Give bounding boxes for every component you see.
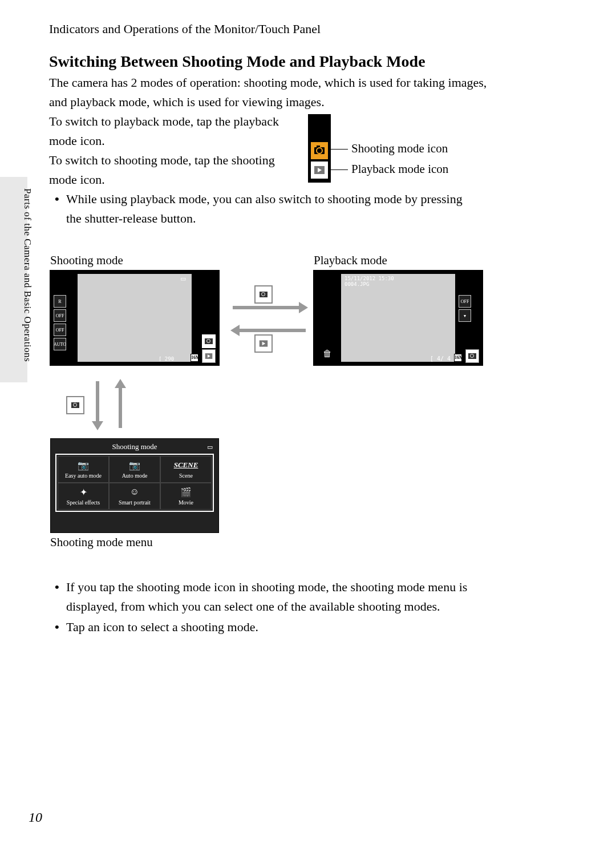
playback-icon <box>314 166 325 174</box>
menu-item-auto[interactable]: 📷Auto mode <box>109 456 160 483</box>
sidebar-icon[interactable]: OFF <box>459 295 471 308</box>
camera-icon <box>71 402 79 408</box>
sidebar-icon[interactable]: OFF <box>54 309 66 322</box>
bullet-shutter-release: •While using playback mode, you can also… <box>55 189 465 228</box>
arrow-camera-icon <box>254 285 273 304</box>
battery-icon: ▭ <box>178 275 188 285</box>
scene-icon: SCENE <box>162 459 210 471</box>
menu-item-smart-portrait[interactable]: ☺Smart portrait <box>109 483 160 510</box>
leader-line <box>331 149 348 150</box>
battery-icon: ▭ <box>207 443 213 451</box>
image-counter: [ 4/ 4 <box>430 356 451 362</box>
image-size-badge: 16M <box>191 354 198 362</box>
icon-column <box>308 114 331 183</box>
playback-mode-icon[interactable] <box>202 349 216 363</box>
left-sidebar-icons: R OFF OFF AUTO <box>54 293 74 352</box>
sidebar-icon[interactable]: ▾ <box>459 309 471 322</box>
sidebar-icon[interactable]: R <box>54 295 66 308</box>
playback-icon <box>260 340 268 346</box>
camera-icon <box>205 338 213 344</box>
page-number: 10 <box>29 810 42 825</box>
image-size-badge: 16M <box>454 354 462 362</box>
vertical-camera-icon <box>66 396 84 414</box>
sidebar-icon[interactable]: AUTO <box>54 338 66 350</box>
paragraph-playback: To switch to playback mode, tap the play… <box>49 112 300 151</box>
delete-icon[interactable]: 🗑 <box>321 347 334 361</box>
arrow-down-icon <box>96 381 99 423</box>
menu-item-scene[interactable]: SCENEScene <box>160 456 212 483</box>
viewfinder <box>78 274 192 362</box>
playback-mode-icon[interactable] <box>311 161 328 179</box>
playback-mode-label: Playback mode <box>314 253 387 268</box>
page-title: Switching Between Shooting Mode and Play… <box>49 53 425 71</box>
page-header: Indicators and Operations of the Monitor… <box>49 22 321 37</box>
camera-icon <box>468 353 476 359</box>
movie-icon: 🎬 <box>162 486 210 498</box>
paragraph-shooting: To switch to shooting mode, tap the shoo… <box>49 151 300 189</box>
playback-icon <box>205 353 213 359</box>
timestamp: 15/11/2012 15:30 0004.JPG <box>345 276 394 288</box>
special-effects-icon: ✦ <box>59 486 107 498</box>
shooting-mode-icon[interactable] <box>465 349 479 363</box>
smart-portrait-icon: ☺ <box>111 486 159 498</box>
easy-auto-icon: 📷 <box>59 459 107 471</box>
menu-item-movie[interactable]: 🎬Movie <box>160 483 212 510</box>
shooting-mode-label: Shooting mode <box>50 253 123 268</box>
arrow-playback-icon <box>254 334 273 353</box>
shooting-mode-screen: R OFF OFF AUTO ▭ [ 290 16M <box>50 270 219 365</box>
shooting-mode-icon[interactable] <box>202 334 216 348</box>
menu-title: Shooting mode <box>51 439 218 454</box>
menu-item-easy-auto[interactable]: 📷Easy auto mode <box>58 456 109 483</box>
sidebar-icon[interactable]: OFF <box>54 324 66 336</box>
arrow-left-icon <box>237 329 306 332</box>
camera-icon <box>314 147 325 154</box>
callout-shooting-label: Shooting mode icon <box>351 142 448 156</box>
bullet-tap-icon: •Tap an icon to select a shooting mode. <box>55 617 465 637</box>
menu-item-special-effects[interactable]: ✦Special effects <box>58 483 109 510</box>
callout-playback-label: Playback mode icon <box>351 162 448 176</box>
arrow-up-icon <box>119 386 122 428</box>
playback-mode-screen: 15/11/2012 15:30 0004.JPG OFF ▾ 🗑 [ 4/ 4… <box>314 270 483 365</box>
side-label: Parts of the Camera and Basic Operations <box>22 188 33 362</box>
shooting-mode-menu: Shooting mode ▭ 📷Easy auto mode 📷Auto mo… <box>50 438 219 533</box>
menu-caption: Shooting mode menu <box>50 535 153 550</box>
remaining-count: [ 290 <box>159 356 174 362</box>
camera-icon <box>260 292 268 297</box>
right-sidebar-icons: OFF ▾ <box>459 293 479 324</box>
arrow-right-icon <box>233 306 301 309</box>
leader-line <box>331 169 348 170</box>
auto-icon: 📷 <box>111 459 159 471</box>
shooting-mode-icon[interactable] <box>311 142 328 159</box>
bullet-menu-display: •If you tap the shooting mode icon in sh… <box>55 578 488 616</box>
intro-paragraph: The camera has 2 modes of operation: sho… <box>49 73 494 112</box>
